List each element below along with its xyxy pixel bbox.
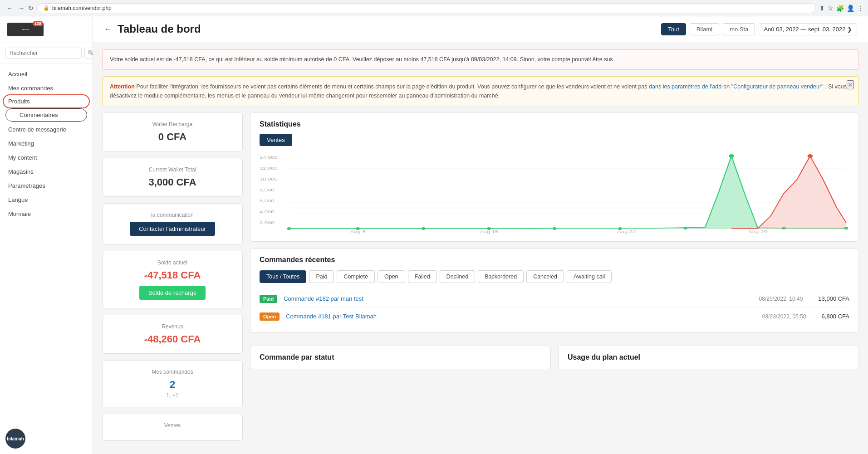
- filter-paid[interactable]: Paid: [309, 270, 334, 283]
- alert-bold: Attention: [110, 83, 135, 90]
- sidebar-item-accueil[interactable]: Accueil: [0, 67, 93, 81]
- order-row: Open Commande #181 par Test Bilamah 08/2…: [260, 308, 849, 325]
- profile-icon[interactable]: 👤: [847, 5, 854, 12]
- svg-marker-15: [289, 156, 846, 229]
- svg-text:4,000: 4,000: [260, 210, 275, 214]
- alert-link[interactable]: dans les paramètres de l'add-on "Configu…: [649, 83, 823, 90]
- solde-card: Solde actuel -47,518 CFA Solde de rechar…: [102, 251, 243, 308]
- filter-failed[interactable]: Failed: [408, 270, 437, 283]
- sidebar-item-parametrages[interactable]: Paramétrages: [0, 179, 93, 193]
- svg-text:6,000: 6,000: [260, 199, 275, 203]
- sidebar-item-label: My content: [8, 154, 37, 161]
- url-text: bilamah.com/vendor.php: [52, 5, 112, 11]
- sidebar-item-label: Marketing: [8, 140, 34, 147]
- svg-text:Aug 8: Aug 8: [350, 229, 366, 234]
- sidebar-item-langue[interactable]: Langue: [0, 193, 93, 207]
- filter-all[interactable]: Tous / Toutes: [260, 270, 306, 283]
- sidebar-item-produits[interactable]: Produits: [4, 95, 89, 107]
- filter-open[interactable]: Open: [378, 270, 405, 283]
- search-button[interactable]: 🔍: [84, 48, 93, 59]
- alert-orange: ✕ Attention Pour faciliter l'intégration…: [102, 76, 859, 106]
- svg-point-20: [553, 227, 557, 230]
- filter-declined[interactable]: Declined: [440, 270, 476, 283]
- sidebar-item-label: Centre de messagerie: [8, 126, 66, 133]
- communication-card: la communication Contacter l'administrat…: [102, 203, 243, 244]
- commandes-label: Mes commandes: [112, 369, 233, 375]
- usage-plan-title: Usage du plan actuel: [568, 353, 849, 361]
- search-input[interactable]: [5, 48, 82, 59]
- forward-button[interactable]: →: [16, 4, 26, 13]
- tout-filter-button[interactable]: Tout: [661, 23, 686, 35]
- sidebar: ~~~ 138 🔍 Accueil Mes commandes Produits…: [0, 16, 93, 454]
- filter-canceled[interactable]: Canceled: [526, 270, 564, 283]
- close-alert-button[interactable]: ✕: [847, 80, 854, 89]
- order-name-link[interactable]: Commande #181 par Test Bilamah: [286, 313, 377, 320]
- sidebar-item-marketing[interactable]: Marketing: [0, 137, 93, 151]
- contact-admin-button[interactable]: Contacter l'administrateur: [130, 222, 215, 236]
- chart-area: 14,000 12,000 10,000 8,000 6,000 4,000 2…: [260, 152, 849, 234]
- sidebar-item-magasins[interactable]: Magasins: [0, 165, 93, 179]
- page-title-area: ← Tableau de bord: [104, 23, 201, 35]
- usage-plan-card: Usage du plan actuel: [558, 346, 859, 369]
- sidebar-item-label: Produits: [8, 98, 30, 105]
- filter-awaiting-call[interactable]: Awaiting call: [567, 270, 612, 283]
- bilamah-filter-button[interactable]: Bilami: [690, 23, 719, 35]
- alert-red: Votre solde actuel est de -47,518 CFA, c…: [102, 49, 859, 70]
- back-arrow-button[interactable]: ←: [104, 24, 112, 34]
- sidebar-item-label: Magasins: [8, 168, 34, 175]
- filter-backordered[interactable]: Backordered: [478, 270, 524, 283]
- left-panel: Wallet Recharge 0 CFA Current Wallet Tot…: [102, 112, 243, 441]
- logo-text: ~~~: [22, 27, 29, 32]
- commande-statut-title: Commande par statut: [260, 353, 541, 361]
- commandes-value: 2: [112, 379, 233, 391]
- extensions-icon[interactable]: 🧩: [836, 5, 844, 12]
- svg-text:10,000: 10,000: [260, 177, 278, 181]
- alert-text1: Pour faciliter l'intégration, les fourni…: [136, 83, 649, 90]
- svg-point-22: [684, 227, 688, 229]
- wallet-recharge-card: Wallet Recharge 0 CFA: [102, 112, 243, 151]
- svg-text:Aug 22: Aug 22: [617, 229, 636, 234]
- sidebar-item-label: Accueil: [8, 71, 27, 78]
- svg-point-18: [422, 227, 426, 230]
- current-wallet-card: Current Wallet Total 3,000 CFA: [102, 158, 243, 197]
- order-amount: 6,800 CFA: [822, 313, 849, 320]
- sidebar-item-messagerie[interactable]: Centre de messagerie: [0, 122, 93, 137]
- solde-recharge-button[interactable]: Solde de recharge: [139, 286, 206, 300]
- menu-icon[interactable]: ⋮: [857, 5, 863, 12]
- filter-complete[interactable]: Complete: [337, 270, 375, 283]
- browser-navigation: ← → ↻: [5, 4, 34, 13]
- alert-red-text: Votre solde actuel est de -47,518 CFA, c…: [110, 56, 613, 63]
- filter-tabs: Tous / Toutes Paid Complete Open Failed …: [260, 270, 849, 283]
- reload-button[interactable]: ↻: [28, 5, 34, 12]
- order-row: Paid Commande #182 par man test 08/25/20…: [260, 290, 849, 308]
- revenus-card: Revenus -48,260 CFA: [102, 315, 243, 354]
- statistics-card: Statistiques Ventes 14,000 12,000 10,000…: [250, 112, 859, 242]
- svg-point-16: [287, 227, 291, 230]
- order-status-badge: Paid: [260, 295, 277, 303]
- star-icon[interactable]: ☆: [828, 5, 834, 12]
- solde-value: -47,518 CFA: [112, 269, 233, 281]
- back-button[interactable]: ←: [5, 4, 15, 13]
- statistics-title: Statistiques: [260, 120, 849, 128]
- sidebar-item-my-content[interactable]: My content: [0, 151, 93, 165]
- ventes-label: Ventes: [112, 422, 233, 429]
- sidebar-item-monnaie[interactable]: Monnaie: [0, 207, 93, 221]
- sidebar-item-mes-commandes[interactable]: Mes commandes: [0, 81, 93, 95]
- date-range[interactable]: Aoû 03, 2022 — sept. 03, 2022 ❯: [759, 23, 857, 35]
- solde-label: Solde actuel: [112, 259, 233, 266]
- ventes-button[interactable]: Ventes: [260, 134, 292, 146]
- order-date: 08/25/2022, 10:49: [759, 296, 803, 302]
- address-bar[interactable]: 🔒 bilamah.com/vendor.php: [37, 3, 816, 13]
- sidebar-logo-area: ~~~ 138: [0, 16, 93, 43]
- order-name-link[interactable]: Commande #182 par man test: [284, 295, 363, 302]
- current-wallet-value: 3,000 CFA: [112, 176, 233, 188]
- sidebar-item-label: Commentaires: [20, 112, 58, 118]
- sidebar-item-commentaires[interactable]: Commentaires: [5, 108, 87, 122]
- sidebar-item-label: Langue: [8, 196, 28, 203]
- share-icon[interactable]: ⬆: [819, 5, 825, 12]
- right-panel: Statistiques Ventes 14,000 12,000 10,000…: [250, 112, 859, 441]
- revenus-label: Revenus: [112, 323, 233, 330]
- bilamah-footer-logo: bilamah: [5, 429, 25, 449]
- mo-sta-filter-button[interactable]: mo Sta: [723, 23, 755, 35]
- notification-badge: 138: [33, 21, 43, 26]
